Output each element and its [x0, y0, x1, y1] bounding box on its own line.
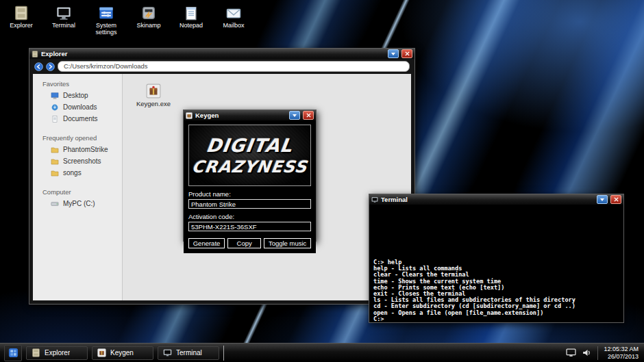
sidebar-item-label: PhantomStrike	[63, 146, 108, 153]
logo-text-line1: DIGITAL	[206, 136, 295, 155]
close-icon	[405, 51, 410, 56]
tray-separator	[597, 346, 598, 360]
minimize-button[interactable]	[289, 111, 300, 120]
desktop-icon-label: System settings	[90, 22, 122, 36]
forward-button[interactable]	[46, 62, 55, 71]
keygen-icon	[97, 348, 106, 357]
explorer-titlebar[interactable]: Explorer	[29, 49, 414, 59]
sidebar-item-label: MyPC (C:)	[63, 200, 95, 207]
taskbar-item-label: Explorer	[45, 349, 70, 357]
taskbar-clock[interactable]: 12:05:32 AM 26/07/2013	[604, 346, 640, 361]
sidebar-item-mypc[interactable]: MyPC (C:)	[33, 198, 122, 209]
keygen-window-icon	[186, 112, 193, 119]
desktop-icon-terminal[interactable]: Terminal	[48, 5, 79, 36]
terminal-window-icon	[371, 196, 378, 203]
close-button[interactable]	[610, 195, 621, 204]
desktop-icon-system-settings[interactable]: System settings	[90, 5, 122, 36]
toggle-music-button[interactable]: Toggle music	[264, 238, 311, 248]
close-icon	[614, 197, 619, 202]
sidebar-item-downloads[interactable]: Downloads	[33, 101, 122, 113]
product-name-label: Product name:	[188, 190, 311, 198]
keygen-titlebar[interactable]: Keygen	[184, 110, 316, 120]
file-label: Keygen.exe	[136, 100, 171, 107]
sidebar-item-phantomstrike[interactable]: PhantomStrike	[33, 144, 122, 155]
display-icon[interactable]	[566, 348, 576, 357]
keygen-body: DIGITAL CRAZYNESS Product name: Activati…	[184, 120, 316, 253]
desktop-icon-label: Skinamp	[136, 22, 160, 29]
terminal-titlebar[interactable]: Terminal	[369, 194, 623, 205]
back-button[interactable]	[34, 62, 43, 71]
clock-date: 26/07/2013	[604, 353, 639, 361]
explorer-toolbar: C:/Users/krimzon/Downloads	[29, 59, 414, 74]
sidebar-item-label: Desktop	[63, 92, 88, 99]
terminal-window: Terminal C:> help help - Lists all comma…	[369, 194, 624, 323]
terminal-prompt: C:>	[373, 316, 621, 322]
taskbar-item-keygen[interactable]: Keygen	[92, 346, 153, 360]
sidebar-item-label: Downloads	[63, 103, 97, 111]
folder-icon	[51, 170, 59, 177]
terminal-body[interactable]: C:> help help - Lists all commands clear…	[369, 205, 623, 322]
terminal-line: open - Opens a file (open [file_name.ext…	[373, 310, 621, 316]
keygen-exe-icon	[146, 83, 161, 99]
drive-icon	[51, 201, 59, 207]
sidebar-item-label: songs	[63, 169, 82, 177]
settings-icon	[99, 5, 114, 21]
close-button[interactable]	[401, 49, 412, 58]
desktop-icon-explorer[interactable]: Explorer	[5, 5, 37, 36]
sidebar-section-header: Frequently opened	[42, 134, 122, 142]
clock-time: 12:05:32 AM	[604, 346, 639, 353]
folder-icon	[51, 146, 59, 153]
taskbar-item-explorer[interactable]: Explorer	[26, 346, 88, 360]
close-button[interactable]	[303, 111, 314, 120]
keygen-window: Keygen DIGITAL CRAZYNESS Product name: A…	[183, 109, 317, 242]
product-name-field[interactable]	[188, 199, 311, 209]
sidebar-section-header: Favorites	[42, 80, 122, 88]
generate-button[interactable]: Generate	[188, 238, 225, 248]
forward-arrow-icon	[46, 62, 55, 71]
close-icon	[306, 113, 311, 118]
desktop-icon	[51, 92, 59, 99]
taskbar-item-terminal[interactable]: Terminal	[158, 346, 219, 360]
sidebar-item-songs[interactable]: songs	[33, 167, 122, 179]
sidebar-item-screenshots[interactable]: Screenshots	[33, 155, 122, 167]
explorer-window-icon	[32, 51, 38, 57]
terminal-window-title: Terminal	[381, 194, 594, 205]
taskbar-item-label: Terminal	[176, 349, 202, 357]
sidebar-item-documents[interactable]: Documents	[33, 113, 122, 125]
desktop-icon-label: Mailbox	[223, 22, 244, 29]
copy-button[interactable]: Copy	[227, 238, 261, 248]
desktop-icon-skinamp[interactable]: Skinamp	[133, 5, 164, 36]
start-icon	[8, 348, 18, 358]
sidebar-item-label: Documents	[63, 115, 98, 122]
desktop-icon-notepad[interactable]: Notepad	[175, 5, 207, 36]
back-arrow-icon	[34, 62, 43, 71]
address-bar[interactable]: C:/Users/krimzon/Downloads	[58, 61, 410, 72]
desktop-icon-mailbox[interactable]: Mailbox	[218, 5, 249, 36]
minimize-button[interactable]	[388, 49, 399, 58]
sidebar-item-desktop[interactable]: Desktop	[33, 90, 122, 101]
notepad-icon	[184, 5, 199, 21]
file-keygen-exe[interactable]: Keygen.exe	[132, 83, 175, 107]
terminal-icon	[163, 348, 172, 357]
activation-code-field[interactable]	[188, 222, 311, 231]
keygen-window-title: Keygen	[195, 110, 286, 120]
desktop-icons: Explorer Terminal System settings Skinam…	[5, 5, 249, 36]
start-button[interactable]	[4, 345, 22, 361]
minimize-button[interactable]	[597, 195, 608, 204]
sidebar-item-label: Screenshots	[63, 157, 101, 165]
desktop-icon-label: Explorer	[10, 22, 33, 29]
explorer-icon	[32, 348, 40, 357]
taskbar-separator	[223, 346, 224, 361]
volume-icon[interactable]	[582, 348, 592, 357]
taskbar-item-label: Keygen	[110, 349, 134, 357]
taskbar: Explorer Keygen Terminal 12:05:32 AM 26/…	[0, 343, 644, 362]
skinamp-icon	[141, 5, 156, 21]
folder-icon	[51, 158, 59, 165]
desktop-icon-label: Terminal	[52, 22, 75, 29]
sidebar-section-header: Computer	[42, 188, 122, 196]
system-tray: 12:05:32 AM 26/07/2013	[566, 346, 640, 361]
terminal-icon	[56, 5, 71, 21]
logo-text-line2: CRAZYNESS	[191, 159, 309, 175]
activation-code-label: Activation code:	[188, 213, 311, 220]
explorer-sidebar: Favorites Desktop Downloads Documents Fr…	[33, 74, 122, 300]
